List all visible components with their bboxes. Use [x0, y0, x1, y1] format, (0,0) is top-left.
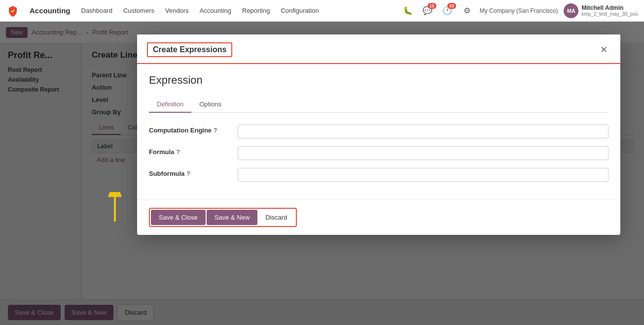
- user-name: Mitchell Admin: [581, 4, 638, 11]
- subformula-help-icon[interactable]: ?: [186, 170, 190, 177]
- formula-row: Formula ?: [149, 146, 608, 160]
- settings-icon[interactable]: ⚙: [460, 4, 474, 18]
- formula-field[interactable]: [238, 146, 608, 160]
- expression-heading: Expression: [149, 74, 608, 87]
- user-avatar: MA: [564, 3, 578, 18]
- app-logo[interactable]: [6, 4, 20, 18]
- activities-badge: 33: [447, 3, 456, 9]
- subformula-label: Subformula: [149, 170, 184, 177]
- annotation-arrow: [105, 192, 125, 228]
- user-company-db: kmp_2_test_may_30_pos: [581, 11, 638, 17]
- computation-engine-field[interactable]: [238, 125, 608, 138]
- menu-customers[interactable]: Customers: [122, 5, 155, 16]
- save-close-button[interactable]: Save & Close: [151, 210, 206, 225]
- app-name: Accounting: [30, 6, 71, 15]
- create-expressions-dialog: Create Expressions ✕ Expression Definiti…: [137, 34, 620, 235]
- messages-badge: 15: [428, 3, 436, 9]
- menu-configuration[interactable]: Configuration: [280, 5, 320, 16]
- footer-btn-group: Save & Close Save & New Discard: [149, 208, 297, 227]
- save-new-button[interactable]: Save & New: [207, 210, 258, 225]
- menu-dashboard[interactable]: Dashboard: [80, 5, 114, 16]
- user-menu[interactable]: MA Mitchell Admin kmp_2_test_may_30_pos: [564, 3, 638, 18]
- tab-definition[interactable]: Definition: [149, 97, 191, 113]
- top-navigation: Accounting Dashboard Customers Vendors A…: [0, 0, 644, 22]
- subformula-row: Subformula ?: [149, 168, 608, 182]
- subformula-field[interactable]: [238, 168, 608, 182]
- dialog-tabs: Definition Options: [149, 97, 608, 113]
- company-selector[interactable]: My Company (San Francisco): [480, 7, 558, 14]
- computation-engine-help-icon[interactable]: ?: [214, 127, 217, 134]
- computation-engine-row: Computation Engine ?: [149, 125, 608, 138]
- menu-reporting[interactable]: Reporting: [241, 5, 271, 16]
- dialog-body: Expression Definition Options Computatio…: [137, 64, 620, 199]
- computation-engine-label: Computation Engine: [149, 127, 212, 134]
- company-name: My Company (San Francisco): [480, 7, 558, 14]
- formula-label: Formula: [149, 148, 174, 156]
- messages-icon[interactable]: 💬15: [421, 4, 434, 18]
- activities-icon[interactable]: 🕐33: [440, 4, 454, 18]
- top-menu: Dashboard Customers Vendors Accounting R…: [80, 5, 391, 16]
- dialog-header: Create Expressions ✕: [137, 34, 620, 64]
- discard-button[interactable]: Discard: [257, 210, 295, 225]
- tab-options[interactable]: Options: [191, 97, 229, 113]
- formula-help-icon[interactable]: ?: [176, 149, 179, 156]
- dialog-title: Create Expressions: [147, 42, 232, 57]
- dialog-footer: Save & Close Save & New Discard: [137, 199, 620, 235]
- debug-icon[interactable]: 🐛: [401, 4, 415, 18]
- dialog-close-button[interactable]: ✕: [597, 43, 610, 57]
- topnav-right-section: 🐛 💬15 🕐33 ⚙ My Company (San Francisco) M…: [401, 3, 638, 18]
- menu-accounting[interactable]: Accounting: [199, 5, 232, 16]
- menu-vendors[interactable]: Vendors: [164, 5, 190, 16]
